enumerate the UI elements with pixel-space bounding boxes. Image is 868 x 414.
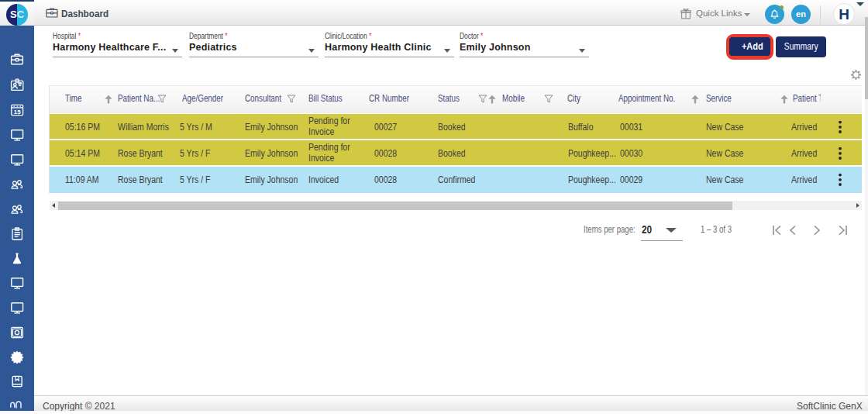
svg-text:15: 15 xyxy=(14,109,21,116)
